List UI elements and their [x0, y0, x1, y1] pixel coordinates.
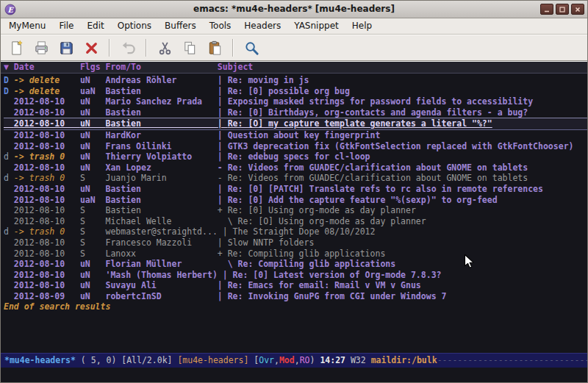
paste-button[interactable] — [204, 37, 226, 59]
message-row[interactable]: d -> trash 0 uN Thierry Volpiatto | Re: … — [4, 151, 587, 162]
from-column: Michael Welle — [106, 216, 218, 226]
titlebar[interactable]: E emacs: *mu4e-headers* [mu4e-headers] — [1, 1, 587, 18]
mark-column — [4, 130, 14, 140]
thread-indicator: | — [218, 130, 228, 140]
date-column: 2012-08-10 — [14, 184, 80, 194]
headers-buffer[interactable]: D -> delete uN Andreas Röhler | Re: movi… — [1, 74, 587, 353]
message-row[interactable]: d -> trash 0 S Juanjo Marin - Re: Videos… — [4, 173, 587, 184]
undo-icon — [120, 40, 137, 57]
message-row[interactable]: 2012-08-10 uN Suvayu Ali | Re: Emacs for… — [4, 280, 587, 291]
close-button[interactable] — [80, 37, 102, 59]
pending-action: -> trash 0 — [14, 226, 80, 237]
message-row[interactable]: 2012-08-10 S Lanoxx + Re: Compiling glib… — [4, 248, 587, 259]
menu-file[interactable]: File — [52, 18, 80, 34]
date-column: 2012-08-10 — [14, 195, 80, 205]
column-header-subject[interactable]: Subject — [218, 62, 253, 72]
message-row[interactable]: 2012-08-10 uN Bastien | Re: [0] Birthday… — [4, 107, 587, 118]
date-column: 2012-08-10 — [14, 96, 80, 107]
menu-headers[interactable]: Headers — [237, 18, 287, 34]
message-row[interactable]: 2012-08-10 uN Xan Lopez - Re: Videos fro… — [4, 162, 587, 173]
thread-indicator: | — [218, 75, 228, 85]
sort-descending-icon: ▼ — [4, 62, 14, 72]
print-button[interactable] — [30, 37, 52, 59]
minimize-button[interactable] — [540, 4, 553, 15]
subject-column: Re: Compiling glib applications — [238, 259, 396, 269]
message-row[interactable]: 2012-08-09 uN robertcInSD | Re: Invoking… — [4, 291, 587, 302]
thread-indicator: | — [218, 195, 228, 205]
flags-column: uN — [80, 130, 106, 140]
thread-indicator: + — [218, 248, 228, 259]
flags-column: S — [80, 216, 106, 226]
menu-options[interactable]: Options — [111, 18, 158, 34]
thread-indicator: \ — [218, 216, 238, 226]
cut-button[interactable] — [154, 37, 176, 59]
menu-help[interactable]: Help — [345, 18, 379, 34]
flags-column: S — [80, 205, 106, 215]
from-column: Bastien — [106, 118, 218, 129]
from-column: robertcInSD — [106, 291, 218, 301]
column-header-from[interactable]: From/To — [106, 62, 218, 72]
message-row[interactable]: 2012-08-10 S Michael Welle \ Re: [O] Usi… — [4, 216, 587, 227]
copy-button[interactable] — [179, 37, 201, 59]
subject-column: Question about key fingerprint — [228, 130, 381, 140]
search-button[interactable] — [240, 37, 262, 59]
window-title: emacs: *mu4e-headers* [mu4e-headers] — [1, 1, 587, 18]
date-column: 2012-08-10 — [14, 162, 80, 173]
thread-indicator: | — [218, 107, 228, 118]
subject-column: Re: moving in js — [228, 75, 309, 85]
message-row[interactable]: 2012-08-10 S Francesco Mazzoli | Slow NN… — [4, 237, 587, 248]
flags-column: uN — [80, 291, 106, 301]
menu-edit[interactable]: Edit — [81, 18, 111, 34]
modeline-modeline-filler: ----------------------------------------… — [437, 355, 587, 365]
column-header-flags[interactable]: Flgs — [80, 62, 106, 72]
menu-tools[interactable]: Tools — [203, 18, 238, 34]
mark-column: d — [4, 226, 14, 237]
column-header-date[interactable]: Date — [14, 62, 80, 72]
message-row[interactable]: 2012-08-10 uN Frans Oilinki | GTK3 depre… — [4, 141, 587, 152]
search-icon — [243, 40, 260, 57]
menu-buffers[interactable]: Buffers — [158, 18, 203, 34]
flags-column: uN — [80, 151, 106, 162]
subject-column: Slow NNTP folders — [228, 237, 315, 248]
flags-column: uN — [80, 96, 106, 107]
date-column: 2012-08-10 — [14, 259, 80, 269]
date-column: 2012-08-10 — [14, 130, 80, 140]
modeline-status-close-bracket: ) — [310, 355, 320, 365]
subject-column: Re: [0] Add the capture feature "%(sexp)… — [228, 195, 498, 205]
subject-column: GTK3 deprecation fix (GtkFontSelection r… — [228, 141, 574, 151]
close-button[interactable] — [571, 4, 584, 15]
message-row[interactable]: 2012-08-10 uaN Bastien | Re: [0] Add the… — [4, 195, 587, 206]
message-row[interactable]: D -> delete uaN Bastien | Re: [0] possib… — [4, 86, 587, 97]
message-row[interactable]: d -> trash 0 S webmaster@straightd... | … — [4, 226, 587, 237]
mark-column — [4, 107, 14, 118]
message-row[interactable]: 2012-08-10 uN Mario Sanchez Prada | Expo… — [4, 96, 587, 107]
menu-mymenu[interactable]: MyMenu — [2, 18, 52, 34]
echo-area[interactable] — [1, 368, 587, 382]
message-row[interactable]: 2012-08-10 uN 'Mash (Thomas Herbert) | R… — [4, 270, 587, 281]
new-file-button[interactable] — [5, 37, 27, 59]
message-row[interactable]: 2012-08-10 uN Bastien | Re: [O] my captu… — [4, 118, 587, 130]
maximize-button[interactable] — [556, 4, 569, 15]
mode-line: *mu4e-headers* ( 5, 0) [All/2.0k] [mu4e-… — [1, 353, 587, 368]
from-column: Andreas Röhler — [106, 75, 218, 85]
modeline-modified-indicator: Mod — [279, 355, 295, 365]
mark-column: D — [4, 86, 14, 96]
thread-indicator: | — [218, 184, 228, 194]
thread-indicator: - — [218, 162, 228, 173]
flags-column: uN — [80, 141, 106, 151]
copy-icon — [182, 40, 198, 57]
message-row[interactable]: D -> delete uN Andreas Röhler | Re: movi… — [4, 75, 587, 86]
subject-column: Re: Emacs for email: Rmail v VM v Gnus — [228, 280, 421, 290]
message-row[interactable]: 2012-08-10 uN Bastien | Re: [0] [PATCH] … — [4, 184, 587, 195]
subject-column: Re: [0] Using org-mode as day planner — [228, 205, 416, 215]
mark-column — [4, 270, 14, 280]
message-row[interactable]: 2012-08-10 S Bastien + Re: [0] Using org… — [4, 205, 587, 216]
subject-column: Re: [0] Birthdays, org-contacts and agen… — [228, 107, 528, 118]
subject-column: Re: Videos from GUADEC/clarification abo… — [228, 162, 528, 173]
date-column: 2012-08-10 — [14, 280, 80, 290]
mark-column — [4, 162, 14, 173]
message-row[interactable]: 2012-08-10 uN Florian Müllner \ Re: Comp… — [4, 259, 587, 270]
save-button[interactable] — [55, 37, 77, 59]
message-row[interactable]: 2012-08-10 uN HardKor | Question about k… — [4, 130, 587, 141]
menu-yasnippet[interactable]: YASnippet — [287, 18, 345, 34]
